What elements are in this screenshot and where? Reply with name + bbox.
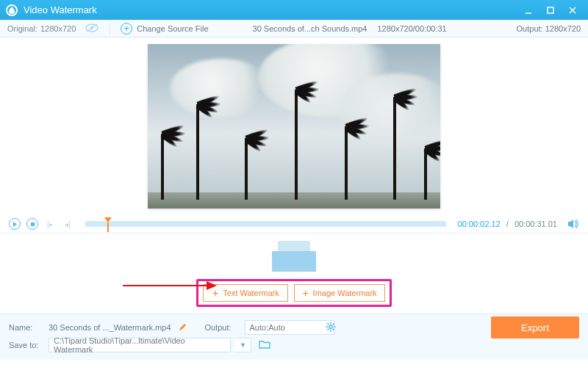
- original-resolution: 1280x720: [40, 24, 76, 33]
- original-label: Original:: [7, 24, 37, 33]
- svg-marker-7: [12, 222, 16, 227]
- svg-line-18: [332, 329, 334, 330]
- app-logo-icon: [6, 4, 18, 16]
- output-format-field[interactable]: Auto;Auto: [245, 320, 334, 335]
- video-frame[interactable]: [148, 44, 440, 209]
- save-path-field[interactable]: C:\Tipard Studio\Tipar...ltimate\Video W…: [49, 338, 231, 352]
- svg-point-12: [329, 325, 331, 328]
- mark-in-button[interactable]: [▸: [44, 218, 56, 230]
- source-filename: 30 Seconds of...ch Sounds.mp4: [253, 24, 368, 33]
- open-folder-icon[interactable]: [259, 340, 270, 350]
- export-button[interactable]: Export: [491, 316, 579, 338]
- divider: [110, 23, 110, 35]
- edit-name-icon[interactable]: [179, 322, 187, 333]
- video-preview-area: [0, 37, 588, 215]
- info-bar: Original: 1280x720 + Change Source File …: [0, 20, 588, 37]
- annotation-arrow-icon: [121, 279, 217, 294]
- name-label: Name:: [9, 323, 44, 332]
- source-meta: 1280x720/00:00:31: [377, 24, 446, 33]
- bottom-bar: Name: 30 Seconds of ..._Watermark.mp4 Ou…: [0, 314, 588, 360]
- playback-controls: [▸ ◂] 00:00:02.12/00:00:31.01: [0, 215, 588, 233]
- current-time: 00:00:02.12: [458, 220, 501, 228]
- add-source-icon[interactable]: +: [121, 23, 132, 35]
- svg-marker-9: [568, 220, 573, 228]
- play-button[interactable]: [9, 218, 21, 230]
- svg-rect-8: [30, 222, 34, 225]
- total-time: 00:00:31.01: [514, 220, 557, 228]
- svg-line-19: [332, 323, 334, 325]
- change-source-button[interactable]: Change Source File: [137, 24, 208, 33]
- svg-marker-11: [207, 281, 217, 290]
- output-format-label: Output:: [205, 323, 240, 332]
- output-label: Output: 1280x720: [517, 24, 581, 33]
- minimize-button[interactable]: [517, 4, 539, 17]
- stop-button[interactable]: [26, 218, 38, 230]
- preview-toggle-icon[interactable]: [85, 23, 99, 34]
- output-filename: 30 Seconds of ..._Watermark.mp4: [49, 323, 171, 332]
- timeline-track[interactable]: [85, 221, 446, 227]
- close-button[interactable]: [562, 4, 584, 17]
- plus-icon: +: [302, 288, 308, 298]
- inbox-icon: [272, 241, 316, 272]
- svg-line-17: [327, 323, 329, 325]
- watermark-buttons-highlight: +Text Watermark +Image Watermark: [196, 279, 391, 307]
- save-path-dropdown[interactable]: ▼: [235, 338, 251, 352]
- title-bar: Video Watermark: [0, 0, 588, 20]
- output-settings-icon[interactable]: [326, 322, 336, 333]
- app-title: Video Watermark: [24, 4, 517, 15]
- mark-out-button[interactable]: ◂]: [62, 218, 74, 230]
- text-watermark-label: Text Watermark: [223, 289, 279, 297]
- time-separator: /: [506, 220, 509, 228]
- save-to-label: Save to:: [9, 341, 44, 349]
- image-watermark-label: Image Watermark: [313, 289, 377, 297]
- playhead-icon[interactable]: [104, 217, 112, 222]
- image-watermark-button[interactable]: +Image Watermark: [294, 284, 384, 302]
- svg-rect-1: [548, 7, 553, 13]
- maximize-button[interactable]: [539, 4, 562, 17]
- watermark-panel: +Text Watermark +Image Watermark: [0, 233, 588, 314]
- svg-line-20: [327, 329, 329, 330]
- volume-icon[interactable]: [567, 218, 579, 230]
